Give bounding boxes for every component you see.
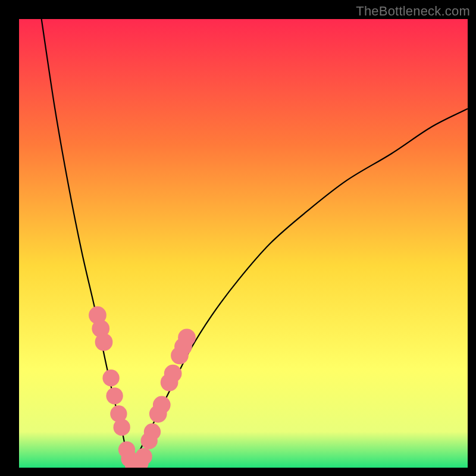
chart-frame: TheBottleneck.com <box>0 0 476 476</box>
bead <box>153 396 171 414</box>
bead <box>144 424 161 440</box>
watermark-text: TheBottleneck.com <box>356 4 470 19</box>
bead <box>106 387 123 404</box>
bead <box>102 369 119 386</box>
bead <box>135 448 152 465</box>
plot-svg <box>19 19 468 468</box>
bead <box>178 328 196 346</box>
bead <box>113 419 130 436</box>
gradient-background <box>19 19 468 468</box>
bead <box>164 365 182 383</box>
plot-area <box>19 19 468 468</box>
bead <box>95 333 113 351</box>
